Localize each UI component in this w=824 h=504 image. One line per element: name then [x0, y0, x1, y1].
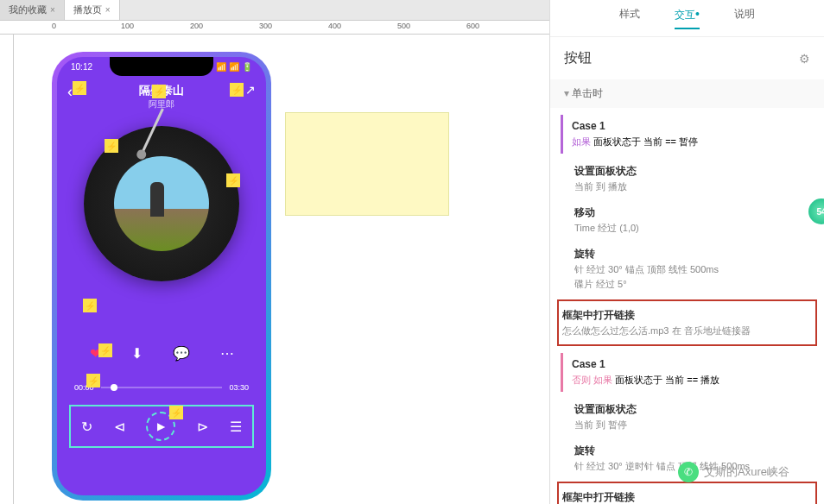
notch	[110, 57, 213, 76]
playlist-icon[interactable]: ☰	[230, 419, 242, 435]
interaction-badge-icon: ⚡	[152, 85, 166, 98]
interaction-badge-icon: ⚡	[169, 406, 183, 419]
action-open-link[interactable]: 框架中打开链接 怎么做怎么过怎么活.mp3 在 音乐地址链接器	[562, 305, 812, 341]
event-onclick[interactable]: 单击时	[550, 79, 824, 108]
album-art	[114, 156, 209, 251]
inspector-panel: 样式 交互• 说明 按钮 ⚙ 单击时 Case 1 如果 面板状态于 当前 ==…	[549, 0, 824, 504]
highlighted-action: 框架中打开链接 怎么做怎么过怎么活.mp3 在 音乐地址链接器	[557, 299, 817, 346]
ruler-vertical	[0, 35, 14, 504]
interaction-badge-icon: ⚡	[86, 374, 100, 387]
action-set-panel[interactable]: 设置面板状态 当前 到 暂停	[574, 399, 814, 435]
highlighted-action: 框架中打开链接 链接 在 音乐地址链接器	[557, 482, 817, 504]
interaction-badge-icon: ⚡	[226, 173, 240, 187]
interaction-badge-icon: ⚡	[98, 343, 112, 357]
clock: 10:12	[71, 62, 92, 72]
tab-style[interactable]: 样式	[619, 7, 640, 29]
interaction-badge-icon: ⚡	[105, 139, 118, 153]
tab-notes[interactable]: 说明	[734, 7, 755, 29]
player-controls: ↻ ⊲ ⊳ ☰	[69, 405, 254, 448]
prev-icon[interactable]: ⊲	[114, 419, 125, 435]
action-open-link[interactable]: 框架中打开链接 链接 在 音乐地址链接器	[562, 487, 812, 504]
interaction-badge-icon: ⚡	[230, 83, 244, 97]
panel-tabs: 样式 交互• 说明	[550, 0, 824, 37]
widget-name: 按钮 ⚙	[550, 37, 824, 79]
case-2[interactable]: Case 1 否则 如果 面板状态于 当前 == 播放	[561, 353, 814, 392]
download-icon[interactable]: ⬇	[131, 345, 143, 362]
wechat-icon: ✆	[678, 462, 699, 482]
tab-interaction[interactable]: 交互•	[675, 7, 700, 29]
action-rotate[interactable]: 旋转 针 经过 30° 锚点 顶部 线性 500ms 碟片 经过 5°	[574, 243, 814, 294]
watermark: ✆ 艾斯的Axure峡谷	[678, 462, 789, 482]
loop-icon[interactable]: ↻	[81, 419, 92, 435]
phone-frame[interactable]: 10:12 📶 📶 🔋 ‹ 隔壁泰山 阿里郎 ↗ ❤ ⬇ 💬 ⋯	[52, 52, 271, 501]
interaction-badge-icon: ⚡	[83, 299, 97, 312]
close-icon[interactable]: ×	[105, 5, 111, 15]
share-icon[interactable]: ↗	[245, 83, 256, 97]
interaction-badge-icon: ⚡	[73, 81, 86, 95]
progress-bar[interactable]: 00:00 03:30	[74, 383, 249, 392]
case-1[interactable]: Case 1 如果 面板状态于 当前 == 暂停	[561, 115, 814, 154]
tab-playpage[interactable]: 播放页×	[65, 0, 120, 20]
close-icon[interactable]: ×	[50, 5, 55, 15]
signal-icons: 📶 📶 🔋	[216, 62, 252, 72]
time-end: 03:30	[229, 383, 249, 392]
phone-screen: 10:12 📶 📶 🔋 ‹ 隔壁泰山 阿里郎 ↗ ❤ ⬇ 💬 ⋯	[57, 57, 266, 495]
progress-thumb[interactable]	[111, 384, 117, 391]
tab-favorites[interactable]: 我的收藏×	[0, 0, 65, 20]
action-move[interactable]: 移动 Time 经过 (1,0)	[574, 202, 814, 238]
more-icon[interactable]: ⋯	[220, 345, 234, 362]
sticky-note[interactable]	[285, 112, 449, 216]
next-icon[interactable]: ⊳	[197, 419, 208, 435]
action-row: ❤ ⬇ 💬 ⋯	[57, 345, 266, 362]
settings-icon[interactable]: ⚙	[799, 52, 810, 66]
action-set-panel[interactable]: 设置面板状态 当前 到 播放	[574, 161, 814, 197]
canvas[interactable]: 10:12 📶 📶 🔋 ‹ 隔壁泰山 阿里郎 ↗ ❤ ⬇ 💬 ⋯	[0, 35, 549, 504]
progress-track[interactable]	[101, 387, 223, 388]
comment-icon[interactable]: 💬	[173, 345, 190, 362]
